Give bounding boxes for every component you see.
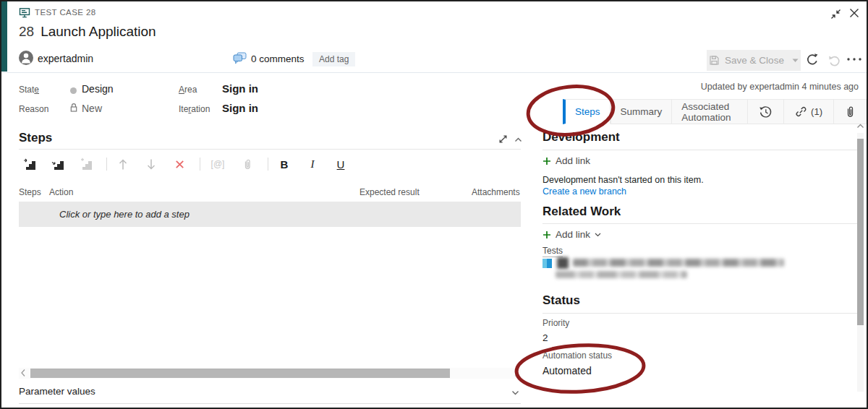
development-title: Development [542, 130, 620, 145]
column-header-expected-result: Expected result [359, 187, 420, 197]
area-label: Area [179, 85, 197, 95]
redacted-meta-text [556, 271, 687, 278]
close-icon[interactable] [848, 7, 861, 20]
tab-links[interactable]: (1) [784, 99, 834, 124]
plus-icon [542, 157, 551, 165]
paperclip-icon [845, 106, 855, 119]
save-close-button[interactable]: Save & Close [707, 50, 801, 71]
attach-to-step-icon [238, 158, 257, 171]
right-panel-tabs: Steps Summary Associated Automation [563, 99, 867, 124]
tab-steps[interactable]: Steps [563, 99, 610, 124]
more-options-icon[interactable] [846, 57, 862, 61]
linked-test-row[interactable] [542, 257, 803, 283]
updated-info: Updated by expertadmin 4 minutes ago [616, 82, 859, 92]
status-title: Status [542, 293, 580, 308]
horizontal-scrollbar[interactable] [19, 368, 521, 379]
priority-label: Priority [542, 318, 569, 328]
link-count: (1) [811, 106, 822, 117]
horizontal-scrollbar-thumb[interactable] [30, 369, 450, 378]
vertical-scrollbar[interactable] [857, 133, 864, 392]
development-divider [542, 150, 859, 150]
comments-count[interactable]: 0 comments [251, 53, 305, 64]
restore-window-icon[interactable] [829, 7, 842, 20]
work-item-id: 28 [19, 24, 34, 39]
insert-shared-steps-icon [77, 158, 95, 171]
toolbar-separator [200, 158, 200, 171]
save-icon [709, 55, 720, 66]
work-item-type-color-bar [1, 1, 7, 72]
reason-value: New [82, 103, 102, 114]
redacted-avatar [557, 257, 569, 269]
work-item-title[interactable]: Launch Application [41, 24, 156, 39]
save-close-label: Save & Close [725, 55, 784, 66]
tab-associated-automation[interactable]: Associated Automation [672, 99, 748, 124]
steps-header-divider [19, 149, 521, 150]
tests-group-label: Tests [542, 246, 563, 257]
toolbar-separator [268, 158, 268, 171]
assignee-name[interactable]: expertadmin [38, 53, 93, 64]
test-case-icon [19, 7, 30, 19]
italic-icon[interactable]: I [303, 158, 322, 171]
link-icon [795, 106, 807, 118]
work-item-type-label: TEST CASE 28 [35, 8, 95, 17]
avatar[interactable] [19, 51, 33, 65]
state-value[interactable]: Design [82, 83, 114, 95]
related-work-divider [542, 223, 859, 224]
steps-toolbar: [@] B I U [20, 155, 359, 173]
status-divider [542, 313, 859, 314]
tab-history[interactable] [748, 99, 784, 124]
tab-attachments[interactable] [834, 99, 867, 124]
reason-label: Reason [19, 104, 48, 114]
bold-icon[interactable]: B [275, 158, 294, 171]
move-step-up-icon [114, 158, 132, 171]
related-work-add-link-label: Add link [556, 229, 590, 240]
development-empty-text: Development hasn't started on this item. [542, 175, 704, 185]
add-tag-button[interactable]: Add tag [312, 52, 355, 66]
undo-icon [827, 52, 843, 68]
work-item-dialog: TEST CASE 28 28Launch Application expert… [0, 0, 868, 409]
comments-icon [233, 52, 247, 64]
scroll-left-icon[interactable] [20, 369, 27, 377]
add-parameter-icon: [@] [207, 159, 229, 169]
chevron-down-icon[interactable] [792, 59, 799, 63]
page-title: 28Launch Application [19, 24, 156, 40]
refresh-icon[interactable] [804, 52, 820, 68]
parameter-values-divider [19, 403, 521, 404]
state-label: State [19, 85, 39, 95]
delete-step-icon[interactable] [170, 160, 189, 169]
underline-icon[interactable]: U [331, 158, 350, 171]
insert-step-icon[interactable] [48, 158, 67, 171]
collapse-panel-chevron-icon[interactable] [514, 137, 522, 142]
expand-panel-icon[interactable] [498, 134, 509, 145]
vertical-scrollbar-thumb[interactable] [857, 139, 864, 325]
related-work-title: Related Work [542, 204, 621, 219]
parameter-values-chevron-down-icon[interactable] [511, 390, 519, 395]
parameter-values-label[interactable]: Parameter values [19, 386, 95, 397]
toolbar-separator [106, 158, 107, 171]
create-branch-link[interactable]: Create a new branch [542, 186, 626, 197]
add-step-placeholder-row[interactable]: Click or type here to add a step [19, 202, 521, 227]
add-step-placeholder-text: Click or type here to add a step [59, 209, 190, 220]
history-icon [759, 106, 773, 119]
priority-value[interactable]: 2 [542, 332, 548, 343]
redacted-title-text [573, 259, 784, 267]
header-divider [1, 72, 867, 73]
tab-summary[interactable]: Summary [610, 99, 673, 124]
iteration-label: Iteration [179, 104, 210, 114]
development-add-link[interactable]: Add link [542, 155, 590, 166]
person-icon [19, 51, 33, 65]
lock-icon [69, 103, 78, 113]
related-work-add-link[interactable]: Add link [542, 229, 601, 240]
automation-status-value[interactable]: Automated [542, 365, 592, 376]
chevron-down-icon [595, 233, 601, 237]
add-step-icon[interactable] [20, 158, 39, 171]
area-value[interactable]: Sign in [222, 82, 258, 95]
scroll-up-icon[interactable] [856, 124, 864, 129]
move-step-down-icon [142, 158, 161, 171]
column-header-attachments: Attachments [472, 187, 520, 197]
test-case-type-icon [542, 259, 552, 268]
development-add-link-label: Add link [556, 155, 590, 166]
iteration-value[interactable]: Sign in [222, 102, 258, 114]
scroll-right-icon[interactable] [513, 369, 520, 377]
automation-status-label: Automation status [542, 350, 612, 361]
